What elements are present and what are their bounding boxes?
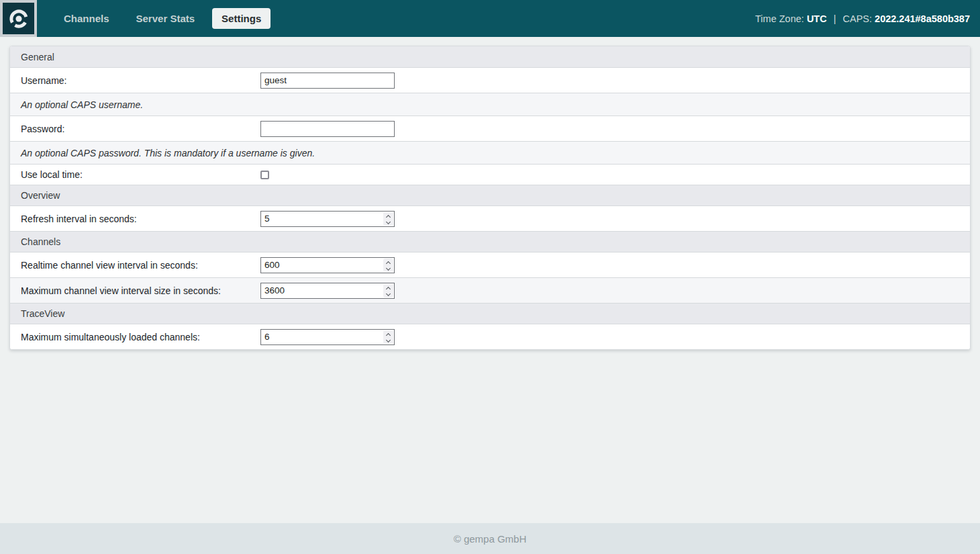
caps-version: 2022.241#8a580b387 (875, 13, 970, 24)
tab-settings[interactable]: Settings (212, 8, 271, 29)
password-help-row: An optional CAPS password. This is manda… (10, 141, 970, 164)
nav-status: Time Zone: UTC | CAPS: 2022.241#8a580b38… (755, 13, 980, 24)
nav-tabs: Channels Server Stats Settings (54, 8, 271, 29)
gempa-logo (0, 0, 37, 37)
spinner-down-button[interactable] (386, 219, 391, 224)
gempa-logo-icon (3, 3, 34, 34)
spinner-up-button[interactable] (386, 214, 391, 219)
navbar: Channels Server Stats Settings Time Zone… (0, 0, 980, 37)
section-header-overview: Overview (10, 185, 970, 205)
refresh-interval-row: Refresh interval in seconds: (10, 205, 970, 231)
spinner-down-button[interactable] (386, 337, 391, 342)
spinner-down-button[interactable] (386, 291, 391, 295)
tab-channels[interactable]: Channels (54, 8, 119, 29)
settings-panel: General Username: An optional CAPS usern… (9, 46, 971, 350)
refresh-interval-label: Refresh interval in seconds: (21, 214, 260, 224)
spinner-up-button[interactable] (386, 261, 391, 265)
separator: | (834, 13, 836, 24)
realtime-interval-input[interactable] (260, 257, 395, 273)
caps-label: CAPS: (843, 13, 873, 24)
spinner-up-button[interactable] (386, 286, 391, 291)
max-channels-label: Maximum simultaneously loaded channels: (21, 332, 260, 342)
timezone-label: Time Zone: (755, 13, 804, 24)
section-header-channels: Channels (10, 231, 970, 252)
tab-server-stats[interactable]: Server Stats (127, 8, 205, 29)
page-background (0, 350, 980, 523)
section-title: Overview (21, 190, 60, 201)
use-local-time-label: Use local time: (21, 169, 260, 180)
spinner-up-button[interactable] (386, 332, 391, 337)
password-label: Password: (21, 124, 260, 134)
username-field[interactable] (260, 73, 395, 89)
number-spinner[interactable] (383, 284, 393, 297)
username-row: Username: (10, 67, 970, 93)
section-title: General (21, 52, 54, 62)
max-interval-input[interactable] (260, 283, 395, 299)
realtime-interval-label: Realtime channel view interval in second… (21, 260, 260, 271)
use-local-time-row: Use local time: (10, 164, 970, 185)
max-interval-row: Maximum channel view interval size in se… (10, 277, 970, 303)
username-help-row: An optional CAPS username. (10, 93, 970, 116)
section-title: Channels (21, 236, 60, 247)
footer: © gempa GmbH (0, 523, 980, 554)
password-row: Password: (10, 116, 970, 141)
use-local-time-checkbox[interactable] (260, 171, 269, 179)
realtime-interval-row: Realtime channel view interval in second… (10, 252, 970, 277)
password-field[interactable] (260, 121, 395, 137)
number-spinner[interactable] (383, 330, 393, 344)
max-channels-row: Maximum simultaneously loaded channels: (10, 324, 970, 349)
username-help-text: An optional CAPS username. (21, 99, 143, 110)
max-channels-input[interactable] (260, 329, 395, 345)
max-interval-label: Maximum channel view interval size in se… (21, 285, 260, 296)
number-spinner[interactable] (383, 259, 393, 272)
password-help-text: An optional CAPS password. This is manda… (21, 148, 315, 158)
copyright-text: © gempa GmbH (454, 533, 527, 545)
refresh-interval-input[interactable] (260, 211, 395, 227)
timezone-value: UTC (807, 13, 827, 24)
section-header-traceview: TraceView (10, 303, 970, 324)
username-label: Username: (21, 75, 260, 86)
number-spinner[interactable] (383, 212, 393, 226)
spinner-down-button[interactable] (386, 265, 391, 270)
section-header-general: General (10, 46, 970, 67)
section-title: TraceView (21, 308, 64, 319)
